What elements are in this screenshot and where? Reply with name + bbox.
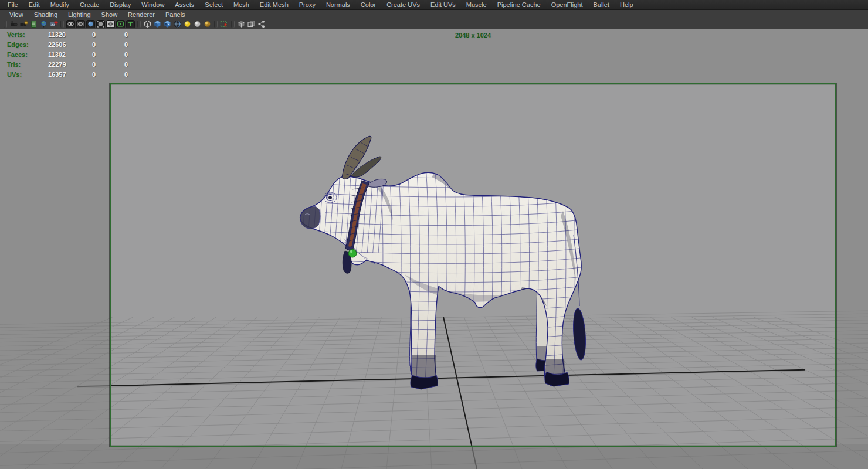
- hud-value: 0: [96, 40, 128, 50]
- field-chart-icon[interactable]: [106, 20, 116, 29]
- hud-value: 0: [65, 70, 96, 80]
- hud-value: 16357: [48, 70, 65, 80]
- all-lights-icon[interactable]: [192, 20, 202, 29]
- camera-attributes-icon[interactable]: [29, 20, 39, 29]
- default-lighting-icon[interactable]: [182, 20, 192, 29]
- main-menubar: FileEditModifyCreateDisplayWindowAssetsS…: [0, 0, 868, 10]
- menu-item-file[interactable]: File: [2, 0, 23, 9]
- panel-menu-item-renderer[interactable]: Renderer: [123, 10, 160, 19]
- gate-mask-icon[interactable]: [96, 20, 106, 29]
- panel-menu-item-view[interactable]: View: [4, 10, 29, 19]
- hud-value: 0: [65, 50, 96, 60]
- hud-value: 0: [96, 30, 128, 40]
- hud-value: 0: [65, 40, 96, 50]
- panel-menu-item-show[interactable]: Show: [96, 10, 123, 19]
- perspective-view[interactable]: [0, 29, 868, 469]
- joints-xray-icon[interactable]: [256, 20, 266, 29]
- hud-value: 22279: [48, 60, 65, 70]
- menu-item-window[interactable]: Window: [136, 0, 169, 9]
- hud-value: 0: [96, 60, 128, 70]
- isolate-select-icon[interactable]: [219, 20, 229, 29]
- menu-item-create-uvs[interactable]: Create UVs: [381, 0, 425, 9]
- pan-zoom-icon[interactable]: [66, 20, 76, 29]
- panel-menu-item-lighting[interactable]: Lighting: [63, 10, 96, 19]
- menu-item-openflight[interactable]: OpenFlight: [546, 0, 588, 9]
- menu-item-display[interactable]: Display: [104, 0, 136, 9]
- safe-action-icon[interactable]: [116, 20, 126, 29]
- menu-item-proxy[interactable]: Proxy: [294, 0, 321, 9]
- textured-wire-icon[interactable]: [172, 20, 182, 29]
- gate-region: [0, 83, 868, 469]
- menu-item-muscle[interactable]: Muscle: [461, 0, 492, 9]
- hud-label: Tris:: [7, 60, 48, 70]
- toolbar-separator: [137, 21, 141, 28]
- hud-value: 22606: [48, 40, 65, 50]
- safe-title-icon[interactable]: [126, 20, 135, 29]
- menu-item-edit-uvs[interactable]: Edit UVs: [425, 0, 461, 9]
- hud-label: Edges:: [7, 40, 48, 50]
- hud-value: 0: [65, 30, 96, 40]
- menu-item-color[interactable]: Color: [355, 0, 381, 9]
- resolution-gate-icon[interactable]: [86, 20, 96, 29]
- textured-icon[interactable]: [162, 20, 172, 29]
- hud-row-edges: Edges:2260600: [7, 40, 128, 50]
- menu-item-pipeline-cache[interactable]: Pipeline Cache: [492, 0, 546, 9]
- menu-item-assets[interactable]: Assets: [169, 0, 199, 9]
- xray-icon[interactable]: [236, 20, 246, 29]
- panel-menubar: ViewShadingLightingShowRendererPanels: [0, 10, 191, 19]
- hud-value: 11302: [48, 50, 65, 60]
- hud-value: 11320: [48, 30, 65, 40]
- toolbar-separator: [4, 21, 7, 28]
- menu-item-modify[interactable]: Modify: [45, 0, 74, 9]
- menu-item-mesh[interactable]: Mesh: [228, 0, 255, 9]
- lock-camera-icon[interactable]: [19, 20, 29, 29]
- hud-label: Faces:: [7, 50, 48, 60]
- toolbar-separator: [214, 21, 218, 28]
- bookmarks-icon[interactable]: [39, 20, 49, 29]
- menu-item-bullet[interactable]: Bullet: [588, 0, 615, 9]
- menu-item-normals[interactable]: Normals: [321, 0, 355, 9]
- xray-active-icon[interactable]: [246, 20, 256, 29]
- panel-toolbar: [0, 19, 266, 29]
- shadows-icon[interactable]: [202, 20, 212, 29]
- panel-menu-item-shading[interactable]: Shading: [29, 10, 63, 19]
- select-camera-icon[interactable]: [9, 20, 19, 29]
- menu-item-help[interactable]: Help: [615, 0, 639, 9]
- menu-item-create[interactable]: Create: [74, 0, 104, 9]
- hud-row-verts: Verts:1132000: [7, 30, 128, 40]
- film-gate-icon[interactable]: [76, 20, 86, 29]
- toolbar-separator: [60, 21, 64, 28]
- menu-item-edit-mesh[interactable]: Edit Mesh: [255, 0, 294, 9]
- viewport-canvas[interactable]: Verts:1132000Edges:2260600Faces:1130200T…: [0, 29, 868, 469]
- hud-label: UVs:: [7, 70, 48, 80]
- hud-value: 0: [96, 50, 128, 60]
- panel-menu-item-panels[interactable]: Panels: [160, 10, 191, 19]
- hud-value: 0: [96, 70, 128, 80]
- wireframe-icon[interactable]: [143, 20, 152, 29]
- menu-item-select[interactable]: Select: [199, 0, 228, 9]
- toolbar-separator: [231, 21, 235, 28]
- hud-label: Verts:: [7, 30, 48, 40]
- poly-count-hud: Verts:1132000Edges:2260600Faces:1130200T…: [7, 30, 128, 80]
- image-plane-icon[interactable]: [49, 20, 59, 29]
- smooth-shade-icon[interactable]: [152, 20, 162, 29]
- hud-row-uvs: UVs:1635700: [7, 70, 128, 80]
- menu-item-edit[interactable]: Edit: [23, 0, 45, 9]
- hud-value: 0: [65, 60, 96, 70]
- hud-row-faces: Faces:1130200: [7, 50, 128, 60]
- hud-row-tris: Tris:2227900: [7, 60, 128, 70]
